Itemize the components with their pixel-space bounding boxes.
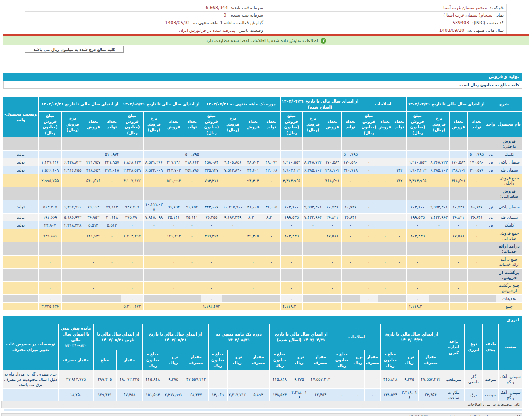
table-cell: ۱۹۹,۵۳۵ [406,214,429,221]
table-row: جمع برگشت از فروش۰۰۰۰۰۰۰۰۰۰۰۰ [3,282,522,295]
table-cell: ۵۰۰,۷۹۵ [341,151,360,158]
column-header: دوره یک ماهه منتهی به ۱۴۰۳/۰۵/۳۱ [201,97,280,112]
column-header: مبلغ - ميليون ريال [142,350,163,370]
table-cell: تولید [3,200,38,214]
table-cell [3,256,38,269]
row-label: سیمان، آهک و گچ [499,388,522,401]
table-cell: ۰ [262,174,280,187]
table-cell [183,187,201,200]
table-cell [323,269,341,282]
column-header: تعداد فروش [84,112,103,137]
table-cell: ۹,۳۷۵ [163,370,184,388]
table-cell [103,269,121,282]
column-header: مبلغ فروش (میلیون ریال) [280,112,302,137]
table-cell [486,303,496,311]
table-cell: ۶۲,۴۵۴ [308,388,333,401]
table-cell: ۹,۳۷۵ [290,370,308,388]
table-cell [61,269,84,282]
table-cell: ۴۸,۰۷۲ [262,158,280,166]
table-cell [392,137,406,151]
table-cell [3,269,38,282]
table-cell [392,221,406,229]
table-cell [222,137,244,151]
table-cell [143,229,165,242]
table-cell: ۰ [351,388,364,401]
table-cell: ۳۶,۹۵۲ [84,214,103,221]
table-cell: ۱۳۸,۵۲۴ [269,388,290,401]
table-cell [360,137,378,151]
row-label: جمع فروش صادراتی [496,229,522,242]
table-cell [323,295,341,303]
table-cell: ۷۹,۱۶۳ [103,200,121,214]
table-cell: تولید [3,151,38,158]
table-cell: تولید [3,214,38,221]
company-value: مجتمع سیمان غرب آسیا [443,5,487,10]
table-cell [165,303,183,311]
table-cell [165,242,183,256]
info-row: شرکت: مجتمع سیمان غرب آسیا سرمایه ثبت شد… [25,4,506,12]
table-cell: ۸,۵۲۱,۲۶۶ [143,158,165,166]
table-cell: ۰ [143,151,165,158]
table-cell: ۲,۲۱۸,۰۱۶ [290,388,308,401]
table-cell: ۷,۵۱۳,۸۹۰ [222,166,244,174]
table-cell [103,137,121,151]
table-cell [280,137,302,151]
table-cell: ۰ [360,303,378,311]
table-cell [392,303,406,311]
table-cell: تن [486,151,496,158]
table-cell: ۲۹۹,۳۰۵ [93,370,116,388]
table-cell: ۰ [360,200,378,214]
info-row: نماد: سیجام( سیمان غرب آسیا ) سرمایه ثبت… [25,12,506,19]
table-cell: ۱,۴۱۰,۵۵۳ [406,158,429,166]
table-cell: ۰ [103,229,121,242]
column-header: مبلغ - ميليون ريال [333,350,351,370]
table-cell: ۰ [360,166,378,174]
table-cell [3,137,38,151]
row-label: فروش داخلی: [496,137,522,151]
symbol-value: سیجام( سیمان غرب آسیا ) [443,13,492,18]
table-cell: ۴۲,۰۶۸ [262,166,280,174]
table-row: فروش داخلی: [3,137,522,151]
column-header: از ابتداي سال مالي تا تاريخ ۱۴۰۳/۰۴/۳۱ [380,324,443,350]
empty-blue-bar [4,409,522,411]
table-row: جمع۴,۱۱۸,۲۰۰۰۴,۱۱۸,۲۰۰۱,۱۹۲,۴۷۳۵,۳۱۰,۶۷۳… [3,303,522,311]
table-cell: ۱۵۱,۵۹۳ [142,388,163,401]
column-header: مبلغ - ميليون ريال [208,350,227,370]
column-header: مبلغ - ميليون ريال [380,350,400,370]
table-cell: ۰ [360,295,378,303]
registered-capital-label: سرمایه ثبت شده: [231,5,263,10]
table-cell [262,187,280,200]
table-row: کلینکرتن۰۰۰۰۰۰۰۰۰۰۰۰۰۰۰۵,۵۱۳۵,۵۱۳۴,۳۱۸,۳… [3,221,522,229]
table-cell: ۰ [227,370,247,388]
table-cell: ۰ [378,229,392,242]
table-cell [165,295,183,303]
column-header: مبلغ فروش (میلیون ریال) [360,112,378,137]
table-cell: ۱۳۸,۵۲۴ [380,388,400,401]
table-cell: ۰ [38,151,61,158]
column-header: مبلغ [93,350,116,370]
table-cell [222,256,244,269]
table-cell [378,303,392,311]
table-cell [449,137,467,151]
column-header: اصلاحات [333,324,380,350]
table-cell: ۰ [247,370,269,388]
table-cell [143,269,165,282]
table-cell: ۶,۴۹۷,۹۶۶ [61,200,84,214]
table-cell [406,137,429,151]
table-cell: ۰ [280,221,302,229]
table-cell: ۲۱۸,۶۶۲ [183,158,201,166]
table-cell: ۲۲۱,۹۵۷ [84,158,103,166]
table-cell [103,242,121,256]
table-cell [467,295,486,303]
table-cell: ۰ [351,370,364,388]
signed-data-banner-text: اطلاعات نمایش داده شده با اطلاعات امضا ش… [206,38,318,43]
table-cell [486,137,496,151]
table-cell [262,282,280,295]
table-cell: ۱۴۲ [392,166,406,174]
production-sales-table: شرحاز ابتدای سال مالی تا تاریخ ۱۴۰۳/۰۴/۳… [3,97,522,311]
table-cell [280,187,302,200]
table-cell: گاز طبیعی [465,370,483,388]
column-header: از ابتدای سال مالی تا تاریخ ۱۴۰۳/۰۵/۳۱ [121,97,201,112]
table-cell [183,303,201,311]
table-row: جمع فروش صادراتی۰۸۷,۵۸۸۸۰۴,۲۳۵۰۰۰۰۸۷,۵۸۸… [3,229,522,242]
